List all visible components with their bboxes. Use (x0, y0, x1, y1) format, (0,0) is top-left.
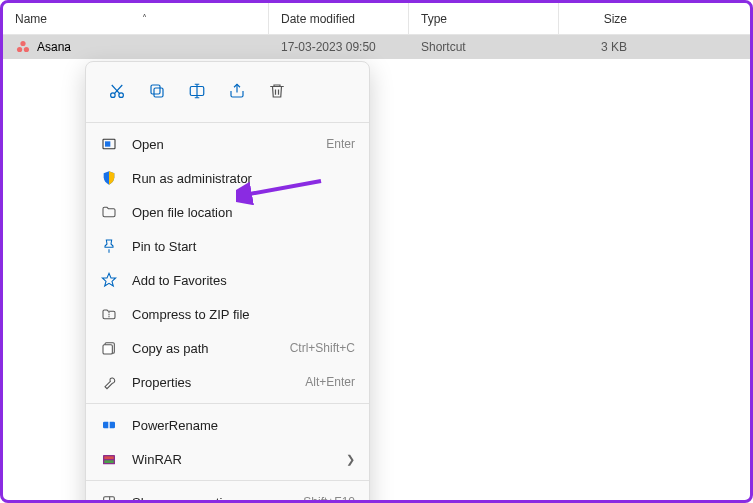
header-size[interactable]: Size (559, 3, 639, 34)
svg-rect-23 (108, 420, 109, 431)
shield-icon (100, 169, 118, 187)
file-row[interactable]: Asana 17-03-2023 09:50 Shortcut 3 KB (3, 35, 750, 59)
svg-rect-21 (103, 345, 112, 354)
copy-button[interactable] (140, 74, 174, 108)
star-icon (100, 271, 118, 289)
menu-run-admin[interactable]: Run as administrator (86, 161, 369, 195)
menu-winrar-label: WinRAR (132, 452, 338, 467)
zip-icon (100, 305, 118, 323)
menu-powerrename[interactable]: PowerRename (86, 408, 369, 442)
rename-button[interactable] (180, 74, 214, 108)
file-name: Asana (37, 40, 71, 54)
menu-run-admin-label: Run as administrator (132, 171, 355, 186)
menu-show-more-label: Show more options (132, 495, 303, 504)
menu-properties-label: Properties (132, 375, 305, 390)
menu-add-favorites[interactable]: Add to Favorites (86, 263, 369, 297)
svg-rect-26 (104, 460, 113, 463)
svg-point-2 (24, 47, 29, 52)
chevron-right-icon: ❯ (346, 453, 355, 466)
sort-indicator-icon: ˄ (142, 13, 147, 24)
folder-icon (100, 203, 118, 221)
svg-rect-7 (154, 88, 163, 97)
menu-separator (86, 480, 369, 481)
asana-icon (15, 39, 31, 55)
header-name[interactable]: Name ˄ (3, 3, 269, 34)
svg-marker-16 (102, 273, 115, 286)
powerrename-icon (100, 416, 118, 434)
svg-point-0 (20, 41, 25, 46)
svg-rect-25 (104, 456, 113, 459)
menu-copy-path[interactable]: Copy as path Ctrl+Shift+C (86, 331, 369, 365)
wrench-icon (100, 373, 118, 391)
menu-show-more-shortcut: Shift+F10 (303, 495, 355, 503)
menu-copy-path-label: Copy as path (132, 341, 290, 356)
menu-open-location-label: Open file location (132, 205, 355, 220)
header-type[interactable]: Type (409, 3, 559, 34)
column-headers: Name ˄ Date modified Type Size (3, 3, 750, 35)
menu-separator (86, 122, 369, 123)
menu-winrar[interactable]: WinRAR ❯ (86, 442, 369, 476)
menu-pin-start[interactable]: Pin to Start (86, 229, 369, 263)
header-name-label: Name (15, 12, 47, 26)
menu-compress-zip[interactable]: Compress to ZIP file (86, 297, 369, 331)
file-size: 3 KB (601, 40, 627, 54)
menu-compress-zip-label: Compress to ZIP file (132, 307, 355, 322)
cut-button[interactable] (100, 74, 134, 108)
file-type: Shortcut (421, 40, 466, 54)
menu-properties-shortcut: Alt+Enter (305, 375, 355, 389)
svg-point-1 (17, 47, 22, 52)
menu-show-more[interactable]: Show more options Shift+F10 (86, 485, 369, 503)
menu-powerrename-label: PowerRename (132, 418, 355, 433)
context-toolbar (86, 68, 369, 118)
winrar-icon (100, 450, 118, 468)
delete-button[interactable] (260, 74, 294, 108)
svg-rect-8 (151, 85, 160, 94)
context-menu: Open Enter Run as administrator Open fil… (85, 61, 370, 503)
menu-open[interactable]: Open Enter (86, 127, 369, 161)
file-date: 17-03-2023 09:50 (281, 40, 376, 54)
menu-separator (86, 403, 369, 404)
open-icon (100, 135, 118, 153)
pin-icon (100, 237, 118, 255)
menu-add-favorites-label: Add to Favorites (132, 273, 355, 288)
menu-open-location[interactable]: Open file location (86, 195, 369, 229)
menu-copy-path-shortcut: Ctrl+Shift+C (290, 341, 355, 355)
svg-rect-27 (104, 497, 115, 503)
menu-pin-start-label: Pin to Start (132, 239, 355, 254)
share-button[interactable] (220, 74, 254, 108)
menu-open-shortcut: Enter (326, 137, 355, 151)
header-date[interactable]: Date modified (269, 3, 409, 34)
menu-open-label: Open (132, 137, 326, 152)
show-more-icon (100, 493, 118, 503)
menu-properties[interactable]: Properties Alt+Enter (86, 365, 369, 399)
copy-path-icon (100, 339, 118, 357)
svg-rect-15 (105, 141, 110, 146)
